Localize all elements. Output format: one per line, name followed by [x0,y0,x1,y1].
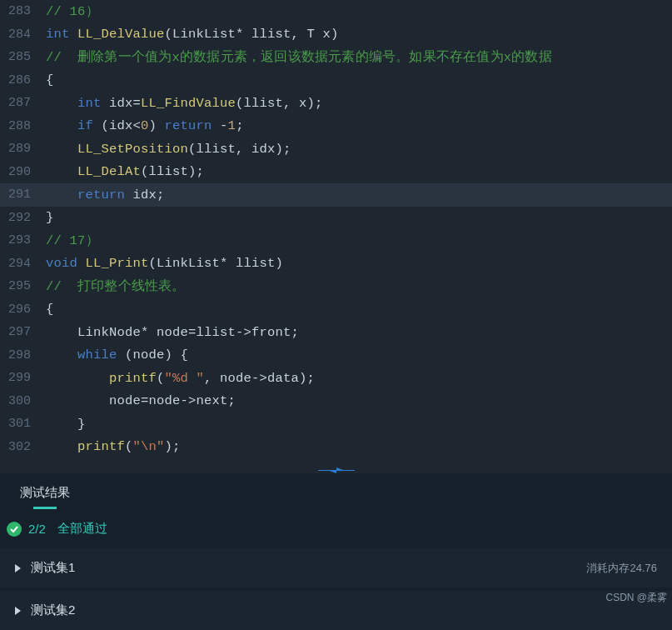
code-content: if (idx<0) return -1; [46,118,244,133]
line-number: 299 [0,371,46,385]
line-number: 283 [0,4,46,18]
line-number: 297 [0,325,46,339]
code-content: // 打印整个线性表。 [46,278,186,295]
code-content: LL_DelAt(llist); [46,164,204,179]
test-set-row[interactable]: 测试集1消耗内存24.76 [0,548,672,591]
code-content: while (node) { [46,348,188,362]
watermark-text: CSDN @柔雾 [605,591,667,605]
caret-right-icon [15,607,21,615]
line-number: 293 [0,233,46,248]
panel-tabs: 测试结果 [0,473,672,509]
code-content: } [46,210,54,225]
line-number: 295 [0,279,46,293]
line-number: 298 [0,348,46,362]
code-line[interactable]: 285// 删除第一个值为x的数据元素，返回该数据元素的编号。如果不存在值为x的… [0,46,672,69]
code-line[interactable]: 291 return idx; [0,183,672,207]
line-number: 294 [0,257,46,271]
line-number: 291 [0,188,46,202]
code-line[interactable]: 294void LL_Print(LinkList* llist) [0,252,672,276]
code-line[interactable]: 290 LL_DelAt(llist); [0,161,672,184]
line-number: 290 [0,165,46,179]
code-line[interactable]: 292} [0,207,672,230]
code-content: return idx; [46,188,165,202]
test-status-label: 全部通过 [57,521,107,537]
code-content: printf("\n"); [46,439,181,454]
svg-rect-2 [318,470,355,471]
code-line[interactable]: 284int LL_DelValue(LinkList* llist, T x) [0,23,672,47]
line-number: 301 [0,417,46,431]
svg-marker-0 [336,468,343,470]
code-content: // 16） [46,2,99,20]
code-content: void LL_Print(LinkList* llist) [46,256,283,271]
panel-splitter[interactable] [0,467,672,473]
splitter-handle-icon [318,468,355,473]
code-line[interactable]: 297 LinkNode* node=llist->front; [0,321,672,344]
svg-marker-1 [330,471,336,473]
code-editor[interactable]: 283// 16）284int LL_DelValue(LinkList* ll… [0,0,672,467]
tab-test-results[interactable]: 测试结果 [17,480,73,509]
code-line[interactable]: 301 } [0,412,672,436]
code-content: { [46,302,54,317]
line-number: 287 [0,96,46,110]
code-content: node=node->next; [46,393,236,408]
code-line[interactable]: 296{ [0,298,672,322]
line-number: 288 [0,119,46,133]
code-content: int LL_DelValue(LinkList* llist, T x) [46,27,339,42]
code-content: LinkNode* node=llist->front; [46,325,299,340]
checkmark-icon [7,522,22,537]
code-line[interactable]: 287 int idx=LL_FindValue(llist, x); [0,92,672,115]
line-number: 292 [0,211,46,225]
code-line[interactable]: 289 LL_SetPosition(llist, idx); [0,138,672,161]
code-line[interactable]: 299 printf("%d ", node->data); [0,367,672,390]
test-results-panel: 测试结果 2/2 全部通过 测试集1消耗内存24.76测试集2 [0,473,672,630]
test-set-name: 测试集1 [31,560,576,576]
line-number: 300 [0,394,46,408]
code-content: LL_SetPosition(llist, idx); [46,142,291,157]
line-number: 284 [0,28,46,42]
line-number: 289 [0,142,46,156]
test-memory-usage: 消耗内存24.76 [586,561,657,576]
code-content: { [46,72,54,88]
code-line[interactable]: 302 printf("\n"); [0,436,672,459]
test-set-row[interactable]: 测试集2 [0,591,672,630]
code-content: int idx=LL_FindValue(llist, x); [46,96,323,111]
test-count: 2/2 [28,522,46,536]
code-content: printf("%d ", node->data); [46,371,315,386]
code-line[interactable]: 298 while (node) { [0,344,672,368]
code-line[interactable]: 293// 17） [0,229,672,252]
caret-right-icon [15,564,21,572]
line-number: 302 [0,440,46,454]
code-content: // 17） [46,232,99,249]
code-line[interactable]: 295// 打印整个线性表。 [0,275,672,298]
code-line[interactable]: 286{ [0,69,672,92]
test-set-name: 测试集2 [31,602,647,618]
code-content: // 删除第一个值为x的数据元素，返回该数据元素的编号。如果不存在值为x的数据 [46,48,552,66]
code-line[interactable]: 288 if (idx<0) return -1; [0,115,672,138]
line-number: 285 [0,50,46,64]
code-line[interactable]: 283// 16） [0,0,672,23]
test-summary: 2/2 全部通过 [0,509,672,548]
code-content: } [46,417,86,432]
line-number: 296 [0,302,46,317]
code-line[interactable]: 300 node=node->next; [0,390,672,413]
line-number: 286 [0,73,46,88]
